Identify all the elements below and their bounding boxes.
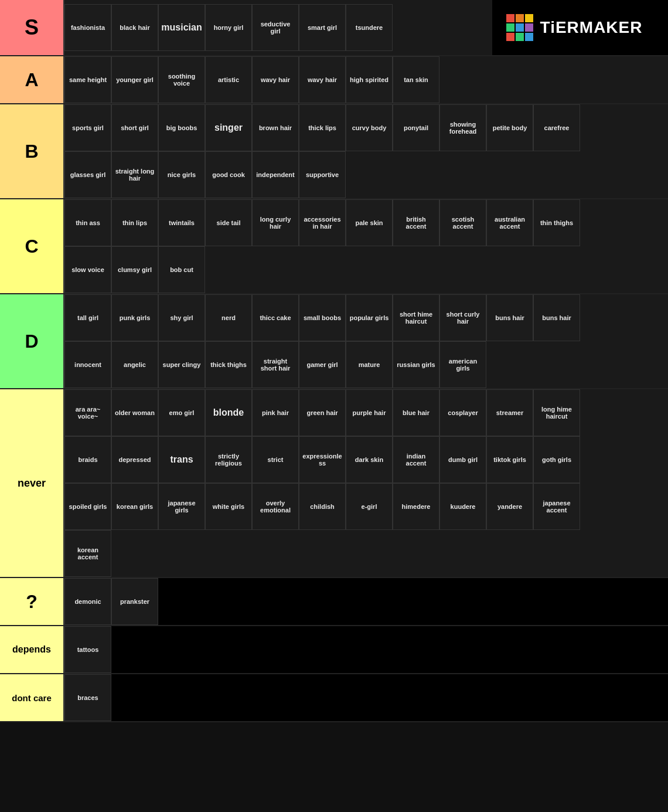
tier-item[interactable]: thick lips [299, 104, 346, 151]
tier-item[interactable]: expressionless [299, 436, 346, 483]
tier-item[interactable]: e-girl [346, 483, 393, 530]
tier-item[interactable]: small boobs [299, 294, 346, 341]
tier-item[interactable]: blue hair [393, 389, 439, 436]
tier-item[interactable]: tall girl [64, 294, 111, 341]
tier-item[interactable]: angelic [111, 341, 158, 388]
tier-item[interactable]: strict [252, 436, 299, 483]
tier-item[interactable]: good cook [205, 151, 252, 198]
tier-item[interactable]: independent [252, 151, 299, 198]
tier-item[interactable]: artistic [205, 56, 252, 103]
tier-item[interactable]: american girls [439, 341, 486, 388]
tier-item[interactable]: japanese girls [158, 483, 205, 530]
tier-item[interactable]: cosplayer [439, 389, 486, 436]
tier-item[interactable]: younger girl [111, 56, 158, 103]
tier-item[interactable]: korean accent [64, 530, 111, 577]
tier-item[interactable]: pink hair [252, 389, 299, 436]
tier-item[interactable]: supportive [299, 151, 346, 198]
tier-item[interactable]: same height [64, 56, 111, 103]
tier-item[interactable]: blonde [205, 389, 252, 436]
tier-item[interactable]: seductive girl [252, 4, 299, 51]
tier-item[interactable]: curvy body [346, 104, 393, 151]
tier-item[interactable]: shy girl [158, 294, 205, 341]
tier-item[interactable]: thin ass [64, 199, 111, 246]
tier-item[interactable]: prankster [111, 578, 158, 625]
tier-item[interactable]: showing forehead [439, 104, 486, 151]
tier-item[interactable]: nice girls [158, 151, 205, 198]
tier-item[interactable]: indian accent [393, 436, 439, 483]
tier-item[interactable]: long hime haircut [533, 389, 580, 436]
tier-item[interactable]: demonic [64, 578, 111, 625]
tier-item[interactable]: ara ara~ voice~ [64, 389, 111, 436]
tier-item[interactable]: himedere [393, 483, 439, 530]
tier-item[interactable]: dark skin [346, 436, 393, 483]
tier-item[interactable]: depressed [111, 436, 158, 483]
tier-item[interactable]: white girls [205, 483, 252, 530]
tier-item[interactable]: japanese accent [533, 483, 580, 530]
tier-item[interactable]: mature [346, 341, 393, 388]
tier-item[interactable]: smart girl [299, 4, 346, 51]
tier-item[interactable]: australian accent [486, 199, 533, 246]
tier-item[interactable]: russian girls [393, 341, 439, 388]
tier-item[interactable]: brown hair [252, 104, 299, 151]
tier-item[interactable]: singer [205, 104, 252, 151]
tier-item[interactable]: scotish accent [439, 199, 486, 246]
tier-item[interactable]: braces [64, 674, 111, 721]
tier-item[interactable]: braids [64, 436, 111, 483]
tier-item[interactable]: tan skin [393, 56, 439, 103]
tier-item[interactable]: purple hair [346, 389, 393, 436]
tier-item[interactable]: ponytail [393, 104, 439, 151]
tier-item[interactable]: korean girls [111, 483, 158, 530]
tier-item[interactable]: kuudere [439, 483, 486, 530]
tier-item[interactable]: short girl [111, 104, 158, 151]
tier-item[interactable]: black hair [111, 4, 158, 51]
tier-item[interactable]: wavy hair [299, 56, 346, 103]
tier-item[interactable]: strictly religious [205, 436, 252, 483]
tier-item[interactable]: older woman [111, 389, 158, 436]
tier-item[interactable]: innocent [64, 341, 111, 388]
tier-item[interactable]: popular girls [346, 294, 393, 341]
tier-item[interactable]: soothing voice [158, 56, 205, 103]
tier-item[interactable]: spoiled girls [64, 483, 111, 530]
tier-item[interactable]: side tail [205, 199, 252, 246]
tier-item[interactable]: high spirited [346, 56, 393, 103]
tier-item[interactable]: fashionista [64, 4, 111, 51]
tier-item[interactable]: super clingy [158, 341, 205, 388]
tier-item[interactable]: musician [158, 4, 205, 51]
tier-item[interactable]: streamer [486, 389, 533, 436]
tier-item[interactable]: thin thighs [533, 199, 580, 246]
tier-item[interactable]: thicc cake [252, 294, 299, 341]
tier-item[interactable]: wavy hair [252, 56, 299, 103]
tier-item[interactable]: slow voice [64, 246, 111, 293]
tier-item[interactable]: yandere [486, 483, 533, 530]
tier-item[interactable]: accessories in hair [299, 199, 346, 246]
tier-item[interactable]: pale skin [346, 199, 393, 246]
tier-item[interactable]: tsundere [346, 4, 393, 51]
tier-item[interactable]: short curly hair [439, 294, 486, 341]
tier-item[interactable]: thin lips [111, 199, 158, 246]
tier-item[interactable]: childish [299, 483, 346, 530]
tier-item[interactable]: goth girls [533, 436, 580, 483]
tier-item[interactable]: straight short hair [252, 341, 299, 388]
tier-item[interactable]: sports girl [64, 104, 111, 151]
tier-item[interactable]: long curly hair [252, 199, 299, 246]
tier-item[interactable]: carefree [533, 104, 580, 151]
tier-item[interactable]: straight long hair [111, 151, 158, 198]
tier-item[interactable]: buns hair [533, 294, 580, 341]
tier-item[interactable]: twintails [158, 199, 205, 246]
tier-item[interactable]: tiktok girls [486, 436, 533, 483]
tier-item[interactable]: thick thighs [205, 341, 252, 388]
tier-item[interactable]: gamer girl [299, 341, 346, 388]
tier-item[interactable]: buns hair [486, 294, 533, 341]
tier-item[interactable]: clumsy girl [111, 246, 158, 293]
tier-item[interactable]: trans [158, 436, 205, 483]
tier-item[interactable]: tattoos [64, 626, 111, 673]
tier-item[interactable]: overly emotional [252, 483, 299, 530]
tier-item[interactable]: green hair [299, 389, 346, 436]
tier-item[interactable]: punk girls [111, 294, 158, 341]
tier-item[interactable]: big boobs [158, 104, 205, 151]
tier-item[interactable]: british accent [393, 199, 439, 246]
tier-item[interactable]: nerd [205, 294, 252, 341]
tier-item[interactable]: short hime haircut [393, 294, 439, 341]
tier-item[interactable]: petite body [486, 104, 533, 151]
tier-item[interactable]: emo girl [158, 389, 205, 436]
